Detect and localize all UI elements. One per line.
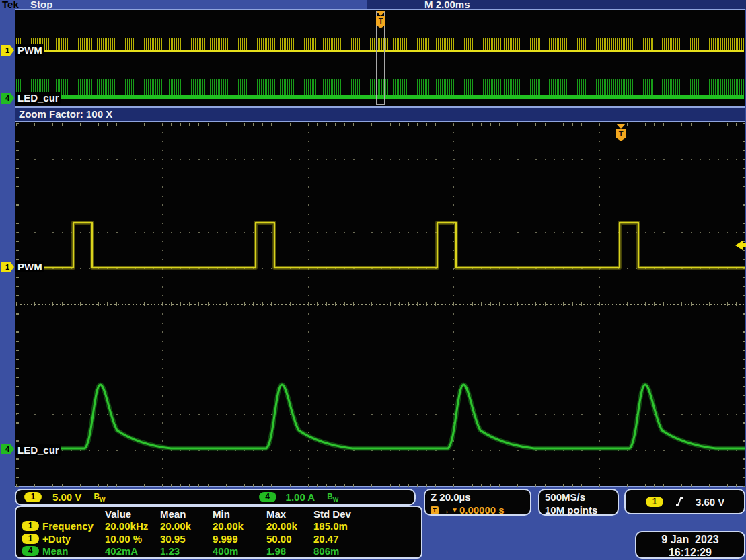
tek-logo: Tek	[2, 0, 19, 10]
datetime-readout: 9 Jan 2023 16:12:29	[635, 531, 745, 559]
trigger-level-arrow-icon[interactable]	[735, 241, 746, 250]
meas-cell: 10.00 %	[105, 533, 160, 545]
meas-cell: 400m	[213, 545, 266, 557]
meas-cell: 9.999	[213, 533, 266, 545]
arrow-tail	[743, 243, 746, 247]
zoom-trigger-marker[interactable]: T	[616, 124, 626, 141]
zoom-scale-readout[interactable]: Z 20.0µs T→▼0.00000 s	[424, 489, 531, 516]
meas-cell: 402mA	[105, 545, 160, 557]
col-header-value: Value	[105, 508, 160, 520]
ch4-badge: 4	[259, 492, 276, 502]
overview-trigger-marker[interactable]: T	[376, 11, 385, 28]
rising-edge-icon	[675, 497, 683, 506]
trigger-readout[interactable]: 1 3.60 V	[624, 489, 745, 514]
trigger-marker-triangle-icon	[376, 11, 385, 16]
overview-waveform-window: T	[15, 9, 745, 107]
zoom-factor-bar: Zoom Factor: 100 X	[15, 107, 745, 122]
trigger-t-icon: T	[376, 16, 385, 28]
trigger-level-value: 3.60 V	[696, 496, 724, 508]
top-status-bar: Tek Stop M 2.00ms	[0, 0, 746, 9]
arrow-right-icon: →	[440, 504, 450, 516]
ch4-bandwidth-icon: BW	[327, 492, 338, 503]
meas-cell: 185.0m	[313, 520, 421, 532]
overview-ch1-badge[interactable]: 1	[1, 45, 14, 56]
meas-cell: 20.00k	[160, 520, 213, 532]
main-timebase-readout: M 2.00ms	[424, 0, 470, 10]
meas-cell: 1.23	[160, 545, 213, 557]
zoom-waveform-window: T	[15, 122, 745, 487]
zoom-timebase: Z 20.0µs	[431, 491, 530, 504]
time: 16:12:29	[636, 546, 744, 559]
col-header-std: Std Dev	[313, 508, 421, 520]
trigger-marker-triangle-icon	[616, 124, 626, 129]
zoom-ch1-badge[interactable]: 1	[1, 262, 14, 272]
meas-row-name: 1Frequency	[22, 520, 105, 532]
record-length: 10M points	[545, 504, 618, 516]
ch4-scale: 1.00 A	[286, 491, 315, 503]
measurements-table: Value Mean Min Max Std Dev 1Frequency 20…	[15, 506, 422, 559]
zoom-ch1-label: PWM	[15, 261, 44, 272]
channel-scale-readout[interactable]: 1 5.00 V BW 4 1.00 A BW	[15, 489, 416, 506]
zoom-ch4-label: LED_cur	[15, 444, 61, 456]
waveform-traces	[16, 123, 745, 487]
meas-cell: 1.98	[266, 545, 313, 557]
meas-row-name: 1+Duty	[22, 533, 105, 545]
meas-cell: 50.00	[266, 533, 313, 545]
trigger-position-value: 0.00000 s	[459, 504, 505, 516]
meas-row-name: 4Mean	[22, 545, 105, 557]
meas-cell: 806m	[313, 545, 421, 557]
date: 9 Jan 2023	[636, 533, 744, 546]
pwm-trace-glow	[16, 223, 745, 268]
acquisition-status: Stop	[30, 0, 52, 10]
pwm-trace	[16, 223, 745, 268]
zoom-factor-label: Zoom Factor: 100 X	[19, 108, 112, 120]
meas-cell: 30.95	[160, 533, 213, 545]
meas-cell: 20.00k	[213, 520, 266, 532]
ch1-badge: 1	[24, 492, 42, 502]
col-header-min: Min	[213, 508, 266, 520]
led-trace-glow	[16, 385, 745, 448]
ch1-bandwidth-icon: BW	[94, 492, 105, 503]
sample-rate: 500MS/s	[545, 491, 618, 504]
trigger-source-badge: 1	[646, 497, 663, 507]
meas-cell: 20.00kHz	[105, 520, 160, 532]
overview-ch4-label: LED_cur	[15, 92, 61, 104]
trigger-position-line: T→▼0.00000 s	[431, 504, 530, 516]
overview-ch1-label: PWM	[15, 44, 44, 56]
trigger-t-icon: T	[616, 129, 626, 141]
col-header-max: Max	[266, 508, 313, 520]
zoom-ch4-badge[interactable]: 4	[1, 444, 14, 454]
meas-cell: 20.47	[313, 533, 421, 545]
trigger-t-icon: T	[431, 506, 439, 514]
ch1-scale: 5.00 V	[52, 491, 81, 503]
meas-cell: 20.00k	[266, 520, 313, 532]
timebase-strip	[367, 0, 746, 9]
col-header-mean: Mean	[160, 508, 213, 520]
tri-down-icon: ▼	[451, 504, 458, 516]
arrow-head	[735, 241, 743, 250]
overview-ch4-badge[interactable]: 4	[1, 93, 14, 104]
acquisition-readout[interactable]: 500MS/s 10M points	[538, 489, 619, 516]
